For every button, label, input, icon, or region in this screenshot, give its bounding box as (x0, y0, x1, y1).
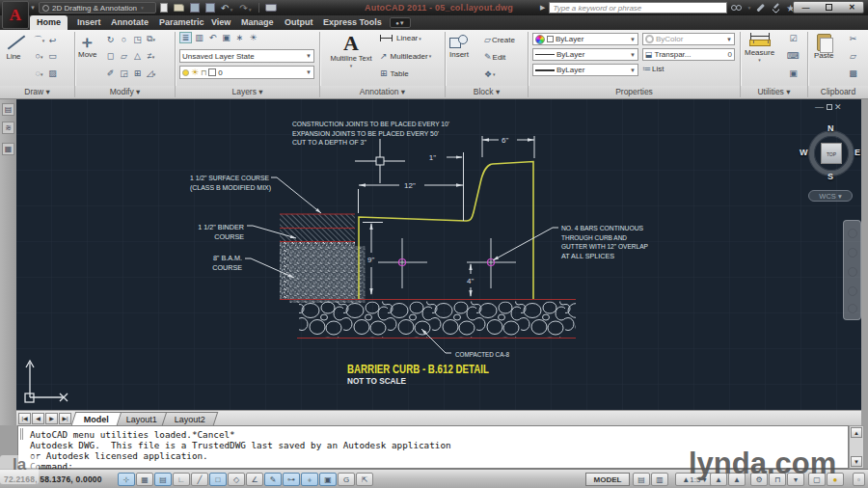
tab-express-tools[interactable]: Express Tools (316, 15, 389, 30)
table-label[interactable]: Table (391, 69, 409, 78)
infer-constraints-toggle[interactable]: ⊹ (118, 473, 135, 486)
circle-tool-icon[interactable]: ○▾ (33, 51, 45, 61)
search-dropdown-arrow[interactable]: ▼ (746, 5, 751, 11)
undo-icon[interactable]: ↶▼ (221, 3, 233, 14)
redo-icon[interactable]: ↷▼ (239, 3, 252, 14)
quick-properties-toggle[interactable]: G (338, 473, 355, 486)
showmotion-icon[interactable] (848, 304, 857, 313)
save-as-icon[interactable] (205, 3, 215, 13)
mirror-tool-icon[interactable]: △ (131, 51, 144, 61)
logo-dropdown-arrow[interactable]: ▼ (30, 5, 36, 11)
layer-properties-icon[interactable]: ≣ (179, 32, 192, 43)
ortho-toggle[interactable]: ∟ (173, 473, 190, 486)
panel-clipboard-label[interactable]: Clipboard (808, 86, 868, 98)
rotate-tool-icon[interactable]: ↻ (104, 35, 117, 44)
bycolor-dropdown[interactable]: ByColor▼ (642, 33, 735, 45)
ducs-toggle[interactable]: ✎ (264, 473, 282, 486)
doc-close-icon[interactable]: ✕ (834, 102, 842, 112)
create-block-label[interactable]: Create (492, 36, 515, 44)
move-tool-button[interactable]: Move (78, 35, 97, 59)
panel-block-label[interactable]: Block ▾ (446, 86, 528, 98)
rectangle-tool-icon[interactable]: ▭ (46, 51, 59, 61)
layer-freeze-icon[interactable]: ∗ (233, 33, 246, 42)
selection-cycling-toggle[interactable]: ⇱ (356, 473, 373, 486)
polar-toggle[interactable]: ╱ (191, 473, 208, 486)
panel-layers-label[interactable]: Layers ▾ (176, 86, 319, 98)
transparency-field[interactable]: ⬓ Transpar... 0 (642, 48, 735, 61)
layer-prev-icon[interactable]: ↶ (206, 33, 219, 42)
dock-icon-3[interactable]: ▦ (2, 143, 14, 155)
plot-icon[interactable] (265, 4, 277, 12)
chamfer-tool-icon[interactable]: ◿▾ (145, 68, 157, 78)
zoom-icon[interactable] (848, 267, 857, 277)
communication-icon[interactable] (771, 3, 782, 14)
lwt-toggle[interactable]: ＋ (301, 473, 318, 486)
object-color-dropdown[interactable]: ByLayer▼ (532, 33, 638, 45)
open-file-icon[interactable] (174, 4, 184, 12)
layer-match-icon[interactable]: ▥ (193, 33, 205, 42)
edit-block-label[interactable]: Edit (493, 53, 506, 62)
quickview-drawings-icon[interactable]: ▥ (651, 473, 668, 486)
dyn-toggle[interactable]: ⊶ (283, 473, 300, 486)
pan-icon[interactable] (848, 248, 857, 258)
layer-dropdown[interactable]: ☀ ⊓ 0▼ (179, 66, 314, 79)
insert-block-button[interactable]: Insert (449, 35, 469, 59)
create-block-icon[interactable]: ▱ (484, 35, 491, 44)
tab-last-button[interactable]: ▶| (59, 413, 71, 424)
panel-properties-label[interactable]: Properties (529, 86, 740, 98)
viewcube-east[interactable]: E (854, 148, 860, 157)
scale-tool-icon[interactable]: ◲ (118, 68, 130, 78)
command-scrollbar[interactable]: ▲ ▼ (849, 425, 864, 469)
panel-annotation-label[interactable]: Annotation ▾ (320, 86, 445, 98)
multileader-icon[interactable]: ↗ (380, 51, 388, 61)
arc-tool-icon[interactable]: ⌒▾ (33, 34, 45, 46)
panel-utilities-label[interactable]: Utilities ▾ (741, 86, 807, 98)
tab-manage[interactable]: Manage (234, 15, 281, 30)
panel-draw-label[interactable]: Draw ▾ (0, 86, 74, 98)
maximize-button[interactable] (826, 4, 832, 11)
tab-view[interactable]: View (204, 15, 237, 30)
dock-icon-1[interactable]: ▤ (2, 103, 14, 116)
viewcube-west[interactable]: W (800, 148, 808, 157)
orbit-icon[interactable] (848, 286, 857, 296)
drawing-canvas[interactable]: 12" 1" 6" 9" 4" (16, 99, 861, 410)
linetype-dropdown[interactable]: ByLayer▼ (532, 48, 638, 61)
doc-restore-icon[interactable] (827, 104, 832, 110)
wcs-dropdown[interactable]: WCS ▾ (808, 190, 853, 202)
match-properties-icon[interactable]: ▩ (847, 68, 859, 78)
doc-minimize-icon[interactable]: — (815, 102, 824, 112)
tab-next-button[interactable]: ▶ (45, 413, 58, 424)
layer-off-icon[interactable]: ☀ (247, 33, 259, 42)
multiline-text-button[interactable]: A Multiline Text ▾ (326, 33, 376, 68)
hatch-tool-icon[interactable]: ▨ (46, 68, 59, 78)
erase-tool-icon[interactable]: ◻ (104, 51, 117, 61)
search-input[interactable]: Type a keyword or phrase (549, 2, 727, 14)
tab-parametric[interactable]: Parametric (152, 15, 211, 30)
model-space-button[interactable]: MODEL (585, 473, 630, 486)
snap-toggle[interactable]: ▦ (136, 473, 153, 486)
quick-calc-icon[interactable]: ⌨ (787, 51, 800, 61)
list-label[interactable]: List (652, 65, 664, 73)
clean-screen-toggle[interactable]: ▫ (853, 473, 865, 486)
autocad-logo[interactable]: A (2, 1, 29, 29)
tab-insert[interactable]: Insert (70, 15, 108, 30)
viewcube-south[interactable]: S (827, 172, 833, 181)
ellipse-tool-icon[interactable]: ◌▾ (33, 68, 45, 78)
copy-clip-icon[interactable]: ▱ (847, 51, 859, 61)
cut-icon[interactable]: ✂ (847, 34, 859, 43)
tab-prev-button[interactable]: ◀ (32, 413, 44, 424)
quickview-layouts-icon[interactable]: ▤ (633, 473, 650, 486)
stretch-tool-icon[interactable]: ✐ (104, 68, 117, 78)
otrack-toggle[interactable]: ∠ (246, 473, 263, 486)
minimize-button[interactable]: — (801, 2, 809, 13)
list-icon[interactable]: ≔ (642, 64, 651, 73)
lineweight-dropdown[interactable]: ByLayer▼ (532, 64, 638, 76)
table-icon[interactable]: ⊞ (380, 68, 388, 78)
line-tool-button[interactable]: Line (4, 33, 23, 61)
trim-tool-icon[interactable]: ○ (118, 35, 130, 44)
quick-select-icon[interactable]: ☑ (787, 34, 800, 43)
viewcube[interactable]: TOP N S W E (806, 128, 856, 178)
layer-isolate-icon[interactable]: ▣ (220, 33, 232, 42)
new-file-icon[interactable] (160, 3, 168, 13)
tab-home[interactable]: Home (30, 15, 68, 30)
